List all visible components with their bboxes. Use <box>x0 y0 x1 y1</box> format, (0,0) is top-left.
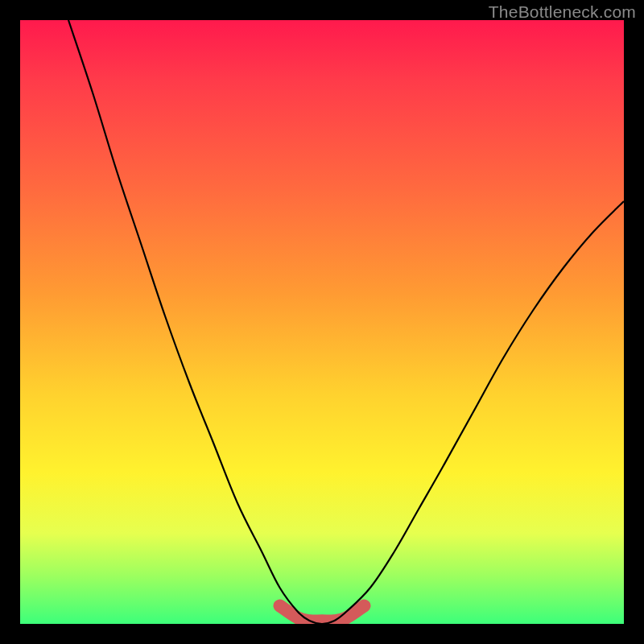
curve-layer <box>20 20 624 624</box>
plot-gradient-area <box>20 20 624 624</box>
chart-frame: TheBottleneck.com <box>0 0 644 644</box>
bottleneck-curve <box>68 20 624 624</box>
watermark-text: TheBottleneck.com <box>489 2 636 22</box>
